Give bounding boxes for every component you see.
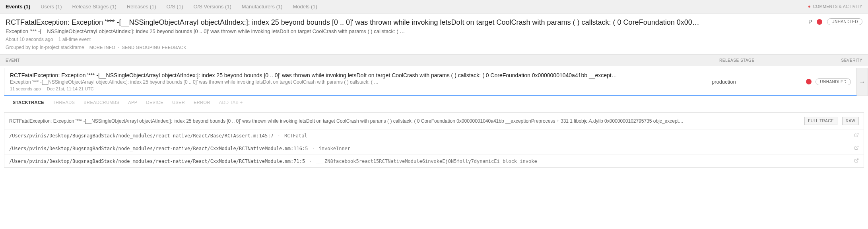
filter-tab[interactable]: O/S (1) (167, 4, 183, 10)
event-row[interactable]: RCTFatalException: Exception '*** -[__NS… (4, 68, 857, 96)
error-title: RCTFatalException: Exception '*** -[__NS… (6, 18, 800, 27)
detail-tab[interactable]: USER (172, 100, 185, 105)
stack-frame[interactable]: /Users/pvinis/Desktop/BugsnagBadStack/no… (4, 129, 864, 142)
severity-dot-icon[interactable] (806, 79, 812, 84)
priority-label[interactable]: P (808, 19, 812, 25)
event-release-stage: production (712, 79, 787, 85)
dot-separator-icon: · (309, 159, 312, 164)
stacktrace-message: RCTFatalException: Exception '*** -[__NS… (9, 118, 800, 124)
col-release-stage: RELEASE STAGE (719, 58, 807, 63)
filter-tabs: Events (1)Users (1)Release Stages (1)Rel… (6, 4, 317, 10)
unhandled-pill[interactable]: UNHANDLED (816, 78, 851, 85)
frame-function: RCTFatal (284, 133, 307, 139)
dot-separator-icon: · (312, 146, 315, 151)
unhandled-pill[interactable]: UNHANDLED (827, 18, 862, 25)
external-link-icon[interactable] (854, 133, 859, 139)
error-event-count: 1 all-time event (58, 37, 91, 42)
comments-label: COMMENTS & ACTIVITY (813, 4, 862, 9)
event-detail-tabs: STACKTRACETHREADSBREADCRUMBSAPPDEVICEUSE… (4, 96, 864, 109)
svg-line-1 (856, 146, 858, 149)
comments-activity-link[interactable]: COMMENTS & ACTIVITY (808, 4, 862, 9)
stacktrace-block: RCTFatalException: Exception '*** -[__NS… (4, 112, 864, 168)
grouping-text: Grouped by top in-project stackframe (6, 45, 84, 50)
filter-tab[interactable]: Events (1) (6, 4, 30, 10)
external-link-icon[interactable] (854, 145, 859, 151)
filter-tab[interactable]: Release Stages (1) (72, 4, 117, 10)
filter-tab[interactable]: Manufacturers (1) (242, 4, 283, 10)
stack-frame[interactable]: /Users/pvinis/Desktop/BugsnagBadStack/no… (4, 155, 864, 167)
filter-tab[interactable]: O/S Versions (1) (193, 4, 231, 10)
events-column-header: EVENT RELEASE STAGE SEVERITY (0, 55, 868, 66)
error-subtitle: Exception '*** -[__NSSingleObjectArrayI … (6, 28, 800, 34)
col-severity: SEVERITY (807, 58, 862, 63)
frame-function: invokeInner (319, 146, 350, 151)
event-timestamp: Dec 21st, 11:14:21 UTC (47, 86, 94, 91)
filter-tab[interactable]: Models (1) (293, 4, 317, 10)
frame-function: ___ZN8facebook5react15RCTNativeModule6in… (316, 159, 537, 164)
detail-tab[interactable]: ERROR (194, 100, 210, 105)
error-age: About 10 seconds ago (6, 37, 53, 42)
frame-path: /Users/pvinis/Desktop/BugsnagBadStack/no… (9, 159, 305, 164)
error-summary: RCTFatalException: Exception '*** -[__NS… (0, 14, 868, 55)
add-tab-button[interactable]: ADD TAB + (219, 100, 243, 105)
frame-path: /Users/pvinis/Desktop/BugsnagBadStack/no… (9, 146, 308, 151)
filter-tab[interactable]: Users (1) (41, 4, 62, 10)
external-link-icon[interactable] (854, 158, 859, 164)
event-age: 11 seconds ago (10, 86, 41, 91)
detail-tab[interactable]: DEVICE (146, 100, 163, 105)
col-event: EVENT (6, 58, 719, 63)
send-grouping-feedback-link[interactable]: SEND GROUPING FEEDBACK (122, 45, 186, 50)
full-trace-button[interactable]: FULL TRACE (804, 117, 837, 125)
expand-event-button[interactable]: → (857, 68, 868, 96)
severity-dot-icon[interactable] (817, 19, 822, 25)
dot-separator-icon: · (278, 133, 280, 139)
detail-tab[interactable]: BREADCRUMBS (83, 100, 119, 105)
more-info-link[interactable]: MORE INFO (89, 45, 115, 50)
top-tab-bar: Events (1)Users (1)Release Stages (1)Rel… (0, 0, 868, 14)
frame-path: /Users/pvinis/Desktop/BugsnagBadStack/no… (9, 133, 274, 139)
svg-line-0 (856, 133, 858, 136)
detail-tab[interactable]: STACKTRACE (13, 100, 44, 105)
arrow-right-icon: → (859, 78, 866, 86)
filter-tab[interactable]: Releases (1) (127, 4, 156, 10)
svg-line-2 (856, 159, 858, 161)
detail-tab[interactable]: APP (128, 100, 137, 105)
stack-frame[interactable]: /Users/pvinis/Desktop/BugsnagBadStack/no… (4, 142, 864, 155)
event-title: RCTFatalException: Exception '*** -[__NS… (10, 72, 704, 78)
error-status-cluster: P UNHANDLED (808, 18, 862, 25)
detail-tab[interactable]: THREADS (53, 100, 75, 105)
raw-button[interactable]: RAW (842, 117, 859, 125)
event-subtitle: Exception '*** -[__NSSingleObjectArrayI … (10, 79, 704, 85)
